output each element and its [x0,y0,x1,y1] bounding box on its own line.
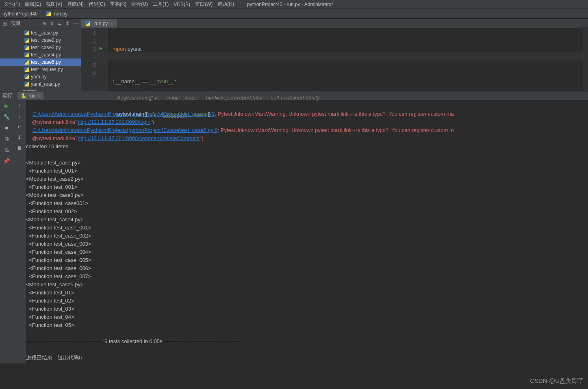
menu-navigate[interactable]: 导航(N) [65,1,85,8]
test-tree-line: <Function test_case_007> [26,273,91,279]
scroll-end-icon[interactable]: ⤓ [17,134,22,140]
tree-item-yaml-read[interactable]: yaml_read.py [0,80,81,88]
expand-icon[interactable]: ≡ [50,21,53,26]
window-title: pythonProject40 - run.py - Administrator [245,2,334,7]
sidebar-header: ▦ 项目 ⊕ ≡ ⇆ ✼ — [0,19,81,28]
breadcrumb-separator: 〉 [39,10,44,17]
test-tree-line: <Function test_03> [26,306,74,312]
test-tree-line: <Module test_case4.py> [26,216,84,223]
test-tree-line: <Function test_001> [26,184,77,190]
test-tree-line: <Module test_case.py> [26,160,80,166]
tree-item-test-case5[interactable]: test_case5.py [0,58,81,66]
run-label: 运行: [2,92,13,99]
test-tree-line: <Module test_case5.py> [26,281,84,287]
up-icon[interactable]: ↑ [18,103,21,108]
stop-icon[interactable]: ■ [3,125,10,131]
tree-item-test-case2[interactable]: test_case2.py [0,37,81,44]
close-run-tab-icon[interactable]: × [37,93,40,99]
run-gutter-icon[interactable]: ▶ [100,46,103,50]
tree-item-label: yaml_read.py [31,81,60,87]
tree-item-label: test_reques.py [31,67,63,72]
breadcrumb-project[interactable]: pythonProject40 [2,11,38,17]
menu-refactor[interactable]: 重构(R) [108,1,128,8]
python-file-icon [85,21,90,26]
tree-item-test-case4[interactable]: test_case4.py [0,51,81,58]
menu-tools[interactable]: 工具(T) [151,1,170,8]
tree-item-test-reques[interactable]: test_reques.py [0,66,81,73]
test-tree-line: <Function test_case_004> [26,249,91,255]
navigation-bar: pythonProject40 〉 run.py [0,9,588,19]
summary-line: ======================== 16 tests collec… [26,338,241,344]
code-content[interactable]: import pytest if __name__ == '__main__':… [108,28,588,151]
layout-icon[interactable]: ⧉ [3,136,10,142]
menu-code[interactable]: 代码(C) [87,1,107,8]
tree-item-label: test_case.py [31,30,58,36]
python-file-icon [24,45,29,50]
menu-window[interactable]: 窗口(W) [193,1,214,8]
warning-decorator-1: @pytest.mark.link( [26,119,76,125]
exit-line: 进程已结束，退出代码0 [26,354,82,361]
menu-help[interactable]: 帮助(H) [216,1,236,8]
test-tree-line: <Function test_04> [26,314,74,320]
locate-icon[interactable]: ⊕ [42,21,46,26]
python-file-icon [24,67,29,72]
tree-item-label: test_case2.py [31,37,61,43]
project-tool-icon[interactable]: ▦ [2,21,7,26]
down-icon[interactable]: ↓ [18,113,21,119]
editor-tabs: run.py × [81,19,588,28]
editor-area: run.py × 123456 ▶ ⊟⊡ import pytest if __… [81,19,588,91]
menu-edit[interactable]: 编辑(E) [23,1,43,8]
python-file-icon [24,30,29,35]
tree-item-label: test_case5.py [31,59,61,65]
menubar: 文件(F) 编辑(E) 视图(V) 导航(N) 代码(C) 重构(R) 运行(U… [0,0,588,9]
python-file-icon [24,82,29,86]
test-tree-line: <Function test_case_006> [26,265,91,271]
stop-settings-icon[interactable]: 🔧 [3,114,10,120]
test-tree-line: <Function test_case_002> [26,233,91,239]
tree-item-test-case3[interactable]: test_case3.py [0,44,81,51]
minimize-icon[interactable]: — [74,21,78,26]
code-editor[interactable]: 123456 ▶ ⊟⊡ import pytest if __name__ ==… [81,28,588,151]
chevron-down-icon[interactable]: ⌄ [16,89,20,91]
tree-item-label: test_case4.py [31,52,61,58]
pin-icon[interactable]: 📌 [3,158,10,164]
rerun-icon[interactable]: ▶ [3,103,10,109]
breadcrumb-file[interactable]: run.py [54,11,67,17]
test-tree-line: <Function test_02> [26,298,74,304]
python-run-icon: 🐍 [21,93,27,99]
print-icon[interactable]: 🖶 [3,147,10,153]
tree-item-comm-folder[interactable]: ⌄▸ comm [0,88,81,91]
test-tree-line: <Function test_case001> [26,200,88,206]
settings-icon[interactable]: ✼ [65,21,69,26]
soft-wrap-icon[interactable]: ↩ [17,124,22,130]
tree-item-label: comm [23,89,36,91]
python-file-icon [24,60,29,65]
menu-run[interactable]: 运行(U) [130,1,150,8]
tab-label: run.py [94,21,108,26]
run-toolbar-right: ↑ ↓ ↩ ⤓ 🗑 [13,100,26,363]
run-tab-label: run [28,93,35,99]
project-tree[interactable]: test_case.py test_case2.py test_case3.py… [0,28,81,91]
close-tab-icon[interactable]: × [110,21,113,26]
test-tree-line: <Function test_case_001> [26,225,91,231]
project-sidebar: ▦ 项目 ⊕ ≡ ⇆ ✼ — test_case.py test_case2.p… [0,19,81,91]
editor-tab-run[interactable]: run.py × [81,19,117,28]
menu-view[interactable]: 视图(V) [44,1,64,8]
test-tree-line: <Function test_01> [26,290,74,296]
run-toolbar-left: ▶ 🔧 ■ ⧉ 🖶 📌 [0,100,13,363]
tree-item-yam[interactable]: yam.py [0,73,81,80]
collected-line: collected 16 items [26,143,68,149]
test-tree-line: <Function test_case_005> [26,257,91,263]
test-tree-line: <Function test_05> [26,322,74,328]
menu-vcs[interactable]: VCS(S) [172,2,192,7]
run-config-tab[interactable]: 🐍 run × [17,92,43,99]
test-tree-line: <Function test_case_003> [26,241,91,247]
tree-item-test-case[interactable]: test_case.py [0,29,81,37]
test-tree-line: <Function test_002> [26,208,77,214]
menu-file[interactable]: 文件(F) [2,1,22,8]
clear-icon[interactable]: 🗑 [17,145,22,151]
sidebar-title: 项目 [11,20,21,27]
python-file-icon [46,11,51,16]
watermark-text: CSDN @U盘失踪了 [530,377,584,385]
collapse-icon[interactable]: ⇆ [57,21,61,26]
